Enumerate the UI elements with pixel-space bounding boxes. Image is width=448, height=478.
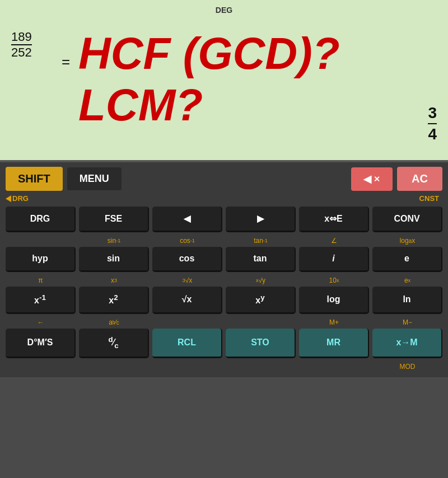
tan-button[interactable]: tan bbox=[226, 247, 296, 272]
cos-button[interactable]: cos bbox=[152, 247, 222, 272]
sublabel-b5-3 bbox=[152, 362, 222, 372]
sublabel-cbrt: 3√x bbox=[152, 275, 222, 285]
xinv-button[interactable]: x-1 bbox=[6, 287, 76, 314]
xy-button[interactable]: xy bbox=[226, 287, 296, 314]
xtom-button[interactable]: x→M bbox=[372, 329, 442, 358]
sublabel-row-2: sin-1 cos-1 tan-1 ∠ loga x bbox=[6, 236, 442, 246]
ln-button[interactable]: ln bbox=[372, 287, 442, 314]
fraction-numerator: 189 bbox=[11, 31, 32, 43]
drg-sub-label: DRG bbox=[6, 194, 29, 203]
sublabel-row-4: ← a b⁄c M+ M− bbox=[6, 317, 442, 327]
sublabel-mod: MOD bbox=[372, 362, 442, 372]
mr-button[interactable]: MR bbox=[299, 329, 369, 358]
sublabel-empty-1 bbox=[6, 236, 76, 246]
xeqe-button[interactable]: x⇔E bbox=[299, 207, 369, 232]
sublabel-b5-2 bbox=[79, 362, 149, 372]
e-button[interactable]: e bbox=[372, 247, 442, 272]
sublabel-ex: ex bbox=[372, 275, 442, 285]
corner-fraction-top: 3 bbox=[428, 104, 437, 122]
sub-labels-row1: DRG CNST bbox=[6, 192, 442, 204]
keypad: SHIFT MENU ◀ ✕ AC DRG CNST DRG FSE ◀ ▶ x… bbox=[0, 162, 448, 377]
right-arrow-button[interactable]: ▶ bbox=[226, 207, 296, 232]
button-row-1: DRG FSE ◀ ▶ x⇔E CONV bbox=[6, 207, 442, 232]
sqrt-button[interactable]: √x bbox=[152, 287, 222, 314]
sublabel-mminus: M− bbox=[372, 317, 442, 327]
sublabel-b5-1 bbox=[6, 362, 76, 372]
corner-fraction-line bbox=[428, 123, 437, 124]
button-row-2: hyp sin cos tan i e bbox=[6, 247, 442, 272]
button-row-4: D°M′S d⁄c RCL STO MR x→M bbox=[6, 329, 442, 358]
backspace-button[interactable]: ◀ ✕ bbox=[351, 167, 393, 191]
corner-fraction: 3 4 bbox=[428, 104, 437, 143]
dc-button[interactable]: d⁄c bbox=[79, 329, 149, 358]
sublabel-mplus: M+ bbox=[299, 317, 369, 327]
drg-button[interactable]: DRG bbox=[6, 207, 76, 232]
fraction-display: 189 252 bbox=[11, 31, 32, 59]
sublabel-row-5: MOD bbox=[6, 362, 442, 372]
i-button[interactable]: i bbox=[299, 247, 369, 272]
menu-button[interactable]: MENU bbox=[67, 167, 122, 190]
sublabel-empty-2 bbox=[152, 317, 222, 327]
sto-button[interactable]: STO bbox=[226, 329, 296, 358]
sublabel-pi: π bbox=[6, 275, 76, 285]
button-row-3: x-1 x2 √x xy log ln bbox=[6, 287, 442, 314]
main-text-line1: HCF (GCD)? bbox=[78, 28, 403, 79]
deg-label: DEG bbox=[216, 6, 232, 15]
xsq-button[interactable]: x2 bbox=[79, 287, 149, 314]
sublabel-row-3: π x3 3√x x√y 10x ex bbox=[6, 275, 442, 285]
sublabel-empty-3 bbox=[226, 317, 296, 327]
sublabel-left-arrow: ← bbox=[6, 317, 76, 327]
corner-fraction-bottom: 4 bbox=[428, 125, 437, 143]
sublabel-sin-inv: sin-1 bbox=[79, 236, 149, 246]
conv-button[interactable]: CONV bbox=[372, 207, 442, 232]
fraction-denominator: 252 bbox=[11, 46, 32, 59]
sublabel-x3: x3 bbox=[79, 275, 149, 285]
equals-sign: = bbox=[62, 53, 70, 71]
dms-button[interactable]: D°M′S bbox=[6, 329, 76, 358]
hyp-button[interactable]: hyp bbox=[6, 247, 76, 272]
sublabel-tan-inv: tan-1 bbox=[226, 236, 296, 246]
left-arrow-button[interactable]: ◀ bbox=[152, 207, 222, 232]
cnst-sub-label: CNST bbox=[419, 194, 439, 203]
rcl-button[interactable]: RCL bbox=[152, 329, 222, 358]
log-button[interactable]: log bbox=[299, 287, 369, 314]
shift-button[interactable]: SHIFT bbox=[6, 167, 63, 191]
calculator-display: DEG 189 252 = HCF (GCD)? LCM? 3 4 bbox=[0, 0, 448, 162]
drg-arrow-icon bbox=[6, 195, 11, 202]
sublabel-abc: a b⁄c bbox=[79, 317, 149, 327]
fse-button[interactable]: FSE bbox=[79, 207, 149, 232]
sin-button[interactable]: sin bbox=[79, 247, 149, 272]
main-display-text: HCF (GCD)? LCM? bbox=[78, 28, 403, 131]
top-button-row: SHIFT MENU ◀ ✕ AC bbox=[6, 167, 442, 191]
backspace-x-icon: ✕ bbox=[374, 175, 380, 184]
sublabel-xrooty: x√y bbox=[226, 275, 296, 285]
sublabel-angle: ∠ bbox=[299, 236, 369, 246]
sublabel-10x: 10x bbox=[299, 275, 369, 285]
main-text-line2: LCM? bbox=[78, 79, 403, 131]
ac-button[interactable]: AC bbox=[397, 167, 442, 191]
backspace-arrow-icon: ◀ bbox=[363, 173, 371, 185]
sublabel-loga-x: loga x bbox=[372, 236, 442, 246]
sublabel-b5-4 bbox=[226, 362, 296, 372]
sublabel-b5-5 bbox=[299, 362, 369, 372]
sublabel-cos-inv: cos-1 bbox=[152, 236, 222, 246]
